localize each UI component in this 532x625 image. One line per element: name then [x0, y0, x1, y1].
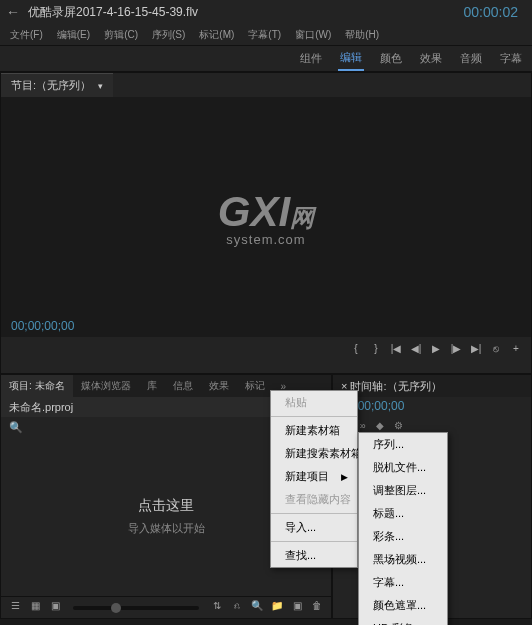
import-hint-label: 导入媒体以开始	[128, 521, 205, 536]
new-bin-icon[interactable]: 📁	[269, 600, 285, 616]
click-here-label: 点击这里	[138, 497, 194, 515]
mark-in-icon[interactable]: {	[349, 343, 363, 354]
cm-new-item[interactable]: 新建项目▶	[271, 465, 357, 488]
menu-help[interactable]: 帮助(H)	[339, 26, 385, 44]
sort-icon[interactable]: ⇅	[209, 600, 225, 616]
cm-bars[interactable]: 彩条...	[359, 525, 447, 548]
frame-fwd-icon[interactable]: |▶	[449, 343, 463, 354]
lower-panels: 项目: 未命名 媒体浏览器 库 信息 效果 标记 » 未命名.prproj 🔍 …	[0, 374, 532, 619]
frame-back-icon[interactable]: ◀|	[409, 343, 423, 354]
program-tab-label: 节目:（无序列）	[11, 79, 91, 91]
project-footer: ☰ ▦ ▣ ⇅ ⎌ 🔍 📁 ▣ 🗑	[1, 596, 331, 618]
cm-black-video[interactable]: 黑场视频...	[359, 548, 447, 571]
automate-icon[interactable]: ⎌	[229, 600, 245, 616]
menu-window[interactable]: 窗口(W)	[289, 26, 337, 44]
ws-tab-editing[interactable]: 编辑	[338, 46, 364, 71]
submenu-arrow-icon: ▶	[341, 472, 348, 482]
titlebar-timecode: 00:00:02	[464, 4, 519, 20]
tab-library[interactable]: 库	[139, 375, 165, 397]
timeline-timecode[interactable]: 00;00;00;00	[333, 397, 531, 415]
ws-tab-titles[interactable]: 字幕	[498, 47, 524, 70]
trash-icon[interactable]: 🗑	[309, 600, 325, 616]
cm-find[interactable]: 查找...	[271, 544, 357, 567]
tab-markers[interactable]: 标记	[237, 375, 273, 397]
new-item-icon[interactable]: ▣	[289, 600, 305, 616]
ws-tab-assembly[interactable]: 组件	[298, 47, 324, 70]
context-menu-primary: 粘贴 新建素材箱 新建搜索素材箱 新建项目▶ 查看隐藏内容 导入... 查找..…	[270, 390, 358, 568]
ws-tab-audio[interactable]: 音频	[458, 47, 484, 70]
ws-tab-color[interactable]: 颜色	[378, 47, 404, 70]
workspace-tabs: 组件 编辑 颜色 效果 音频 字幕	[0, 46, 532, 72]
search-icon[interactable]: 🔍	[9, 421, 23, 434]
cm-hd-bars[interactable]: HD 彩条...	[359, 617, 447, 625]
context-menu-submenu: 序列... 脱机文件... 调整图层... 标题... 彩条... 黑场视频..…	[358, 432, 448, 625]
titlebar: ← 优酷录屏2017-4-16-15-45-39.flv 00:00:02	[0, 0, 532, 24]
cm-title[interactable]: 标题...	[359, 502, 447, 525]
menubar: 文件(F) 编辑(E) 剪辑(C) 序列(S) 标记(M) 字幕(T) 窗口(W…	[0, 24, 532, 46]
cm-adjustment-layer[interactable]: 调整图层...	[359, 479, 447, 502]
zoom-slider-thumb[interactable]	[111, 603, 121, 613]
cm-sequence[interactable]: 序列...	[359, 433, 447, 456]
program-panel-tab[interactable]: 节目:（无序列） ▾	[1, 73, 113, 97]
cm-captions[interactable]: 字幕...	[359, 571, 447, 594]
cm-color-matte[interactable]: 颜色遮罩...	[359, 594, 447, 617]
menu-separator	[271, 541, 357, 542]
icon-view-icon[interactable]: ▦	[27, 600, 43, 616]
tab-info[interactable]: 信息	[165, 375, 201, 397]
menu-marker[interactable]: 标记(M)	[193, 26, 240, 44]
program-viewer: GXI网 system.com 00;00;00;00	[1, 97, 531, 337]
chevron-down-icon[interactable]: ▾	[98, 81, 103, 91]
menu-separator	[271, 513, 357, 514]
menu-edit[interactable]: 编辑(E)	[51, 26, 96, 44]
menu-clip[interactable]: 剪辑(C)	[98, 26, 144, 44]
menu-separator	[271, 416, 357, 417]
settings-icon[interactable]: ⚙	[391, 420, 405, 431]
plus-icon[interactable]: +	[509, 343, 523, 354]
program-timecode[interactable]: 00;00;00;00	[11, 319, 74, 333]
tab-project[interactable]: 项目: 未命名	[1, 375, 73, 397]
tab-media-browser[interactable]: 媒体浏览器	[73, 375, 139, 397]
ws-tab-effects[interactable]: 效果	[418, 47, 444, 70]
cm-paste: 粘贴	[271, 391, 357, 414]
menu-sequence[interactable]: 序列(S)	[146, 26, 191, 44]
cm-offline-file[interactable]: 脱机文件...	[359, 456, 447, 479]
marker-icon[interactable]: ◆	[373, 420, 387, 431]
back-arrow-icon[interactable]: ←	[6, 4, 20, 20]
tab-effects[interactable]: 效果	[201, 375, 237, 397]
list-view-icon[interactable]: ☰	[7, 600, 23, 616]
find-icon[interactable]: 🔍	[249, 600, 265, 616]
cm-import[interactable]: 导入...	[271, 516, 357, 539]
timeline-header: × 时间轴:（无序列）	[333, 375, 531, 397]
mark-out-icon[interactable]: }	[369, 343, 383, 354]
transport-controls: { } |◀ ◀| ▶ |▶ ▶| ⎋ +	[1, 337, 531, 359]
program-monitor-panel: 节目:（无序列） ▾ GXI网 system.com 00;00;00;00 {…	[0, 72, 532, 374]
watermark: GXI网 system.com	[218, 188, 314, 247]
export-frame-icon[interactable]: ⎋	[489, 343, 503, 354]
play-icon[interactable]: ▶	[429, 343, 443, 354]
menu-file[interactable]: 文件(F)	[4, 26, 49, 44]
step-fwd-icon[interactable]: ▶|	[469, 343, 483, 354]
window-title: 优酷录屏2017-4-16-15-45-39.flv	[28, 4, 464, 21]
step-back-icon[interactable]: |◀	[389, 343, 403, 354]
cm-new-bin[interactable]: 新建素材箱	[271, 419, 357, 442]
freeform-view-icon[interactable]: ▣	[47, 600, 63, 616]
zoom-slider[interactable]	[73, 606, 199, 610]
menu-title[interactable]: 字幕(T)	[242, 26, 287, 44]
project-filename: 未命名.prproj	[9, 400, 73, 415]
cm-view-hidden: 查看隐藏内容	[271, 488, 357, 511]
cm-new-search-bin[interactable]: 新建搜索素材箱	[271, 442, 357, 465]
